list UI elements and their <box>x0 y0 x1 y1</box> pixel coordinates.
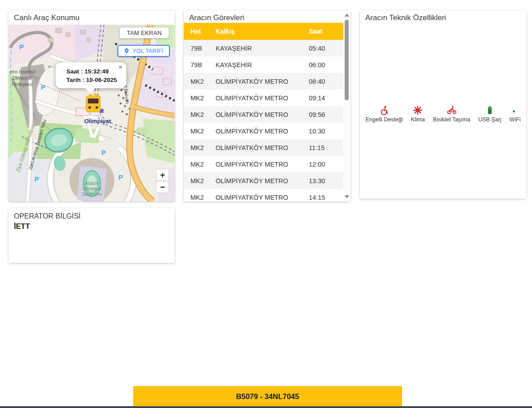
feature-list: Engelli DesteğiKlimaBisiklet TaşımaUSB Ş… <box>360 105 526 123</box>
feature-battery: USB Şarj <box>478 105 501 123</box>
table-row: MK2OLİMPİYATKÖY METRO10:30 <box>184 123 343 139</box>
feature-label: Bisiklet Taşıma <box>433 116 470 123</box>
cell-departure: KAYAŞEHİR <box>216 45 309 52</box>
vehicle-tasks-panel: Aracın Görevleri Hat Kalkış Saat 79BKAYA… <box>184 10 350 202</box>
cell-time: 10:30 <box>309 128 343 135</box>
cell-time: 13:30 <box>309 177 343 185</box>
tasks-table-body: 79BKAYAŞEHİR05:4079BKAYAŞEHİR06:00MK2OLİ… <box>184 40 343 202</box>
scrollbar-up-icon[interactable] <box>345 13 349 17</box>
cell-line: MK2 <box>190 111 216 118</box>
cell-line: MK2 <box>190 161 216 168</box>
bottom-strip <box>0 406 532 408</box>
cell-time: 14:15 <box>309 194 343 201</box>
cell-departure: KAYAŞEHİR <box>216 61 309 69</box>
technical-specs-panel: Aracın Teknik Özellikleri Engelli Desteğ… <box>360 10 526 199</box>
snowflake-icon <box>413 105 423 115</box>
feature-snowflake: Klima <box>411 105 425 123</box>
parking-label: P <box>41 83 45 91</box>
table-row: MK2OLİMPİYATKÖY METRO12:00 <box>184 156 343 172</box>
operator-info-panel: OPERATOR BİLGİSİ İETT <box>9 208 175 263</box>
vehicle-info-popup: × Saat : 15:32:49 Tarih : 10-06-2025 <box>56 62 126 88</box>
scrollbar-thumb[interactable] <box>345 20 349 100</box>
station-label: Olimpiyat <box>84 118 111 125</box>
parking-label: P <box>118 173 123 181</box>
operator-title: OPERATOR BİLGİSİ <box>9 208 175 220</box>
wheelchair-icon <box>379 105 389 115</box>
feature-label: Engelli Desteği <box>365 116 402 123</box>
cell-departure: OLİMPİYATKÖY METRO <box>216 161 309 168</box>
facility-label: etro İstanbul <box>9 69 35 74</box>
cell-line: MK2 <box>190 194 216 201</box>
cell-departure: OLİMPİYATKÖY METRO <box>216 128 309 135</box>
cell-line: MK2 <box>190 144 216 151</box>
parking-label: P <box>35 175 39 183</box>
panel-title-tech: Aracın Teknik Özellikleri <box>360 10 526 25</box>
feature-wifi: WiFi <box>510 105 521 123</box>
stadium-label: Atatürk <box>84 181 99 186</box>
column-header-departure: Kalkış <box>216 28 309 35</box>
parking-label: P <box>101 149 106 156</box>
cell-time: 05:40 <box>309 45 343 52</box>
cell-line: MK2 <box>190 94 216 102</box>
map-green <box>145 138 156 146</box>
vehicle-plate-text: B5079 - 34NL7045 <box>236 392 299 401</box>
cell-departure: OLİMPİYATKÖY METRO <box>216 177 309 185</box>
feature-label: USB Şarj <box>478 116 501 123</box>
cell-line: MK2 <box>190 78 216 85</box>
map[interactable]: etro İstanbul Olimpiyat Yerleşkesi Ziya … <box>9 25 175 202</box>
live-location-panel: Canlı Araç Konumu <box>9 10 175 202</box>
cell-time: 11:15 <box>309 144 343 151</box>
table-row: MK2OLİMPİYATKÖY METRO09:56 <box>184 106 343 123</box>
popup-close-icon[interactable]: × <box>118 64 122 70</box>
fullscreen-button[interactable]: TAM EKRAN <box>120 27 169 39</box>
cell-line: MK2 <box>190 177 216 185</box>
operator-value: İETT <box>9 220 175 232</box>
popup-date-text: Tarih : 10-06-2025 <box>56 76 126 84</box>
cell-departure: OLİMPİYATKÖY METRO <box>216 194 309 201</box>
wifi-icon <box>510 105 520 115</box>
zoom-out-button[interactable]: − <box>156 181 169 193</box>
cell-time: 08:40 <box>309 78 343 85</box>
cell-departure: OLİMPİYATKÖY METRO <box>216 94 309 102</box>
cell-time: 09:56 <box>309 111 343 118</box>
bicycle-icon <box>447 105 457 115</box>
table-row: 79BKAYAŞEHİR06:00 <box>184 56 343 73</box>
scrollbar-down-icon[interactable] <box>345 195 349 198</box>
column-header-time: Saat <box>309 28 343 35</box>
parking-label: P <box>19 43 24 51</box>
cell-time: 06:00 <box>309 61 343 69</box>
table-row: 79BKAYAŞEHİR05:40 <box>184 40 343 56</box>
feature-bicycle: Bisiklet Taşıma <box>433 105 470 123</box>
cell-line: 79B <box>190 45 216 52</box>
table-row: MK2OLİMPİYATKÖY METRO11:15 <box>184 139 343 156</box>
map-green <box>135 127 149 135</box>
feature-wheelchair: Engelli Desteği <box>365 105 402 123</box>
directions-button[interactable]: YOL TARİFİ <box>117 45 170 57</box>
column-header-line: Hat <box>190 28 216 35</box>
facility-label: Yerleşkesi <box>11 82 33 87</box>
cell-time: 12:00 <box>309 161 343 168</box>
table-row: MK2OLİMPİYATKÖY METRO09:14 <box>184 90 343 106</box>
cell-departure: OLİMPİYATKÖY METRO <box>216 78 309 85</box>
scrollbar[interactable] <box>344 12 350 200</box>
cell-line: 79B <box>190 61 216 69</box>
cell-time: 09:14 <box>309 94 343 102</box>
cell-departure: OLİMPİYATKÖY METRO <box>216 111 309 118</box>
directions-button-label: YOL TARİFİ <box>132 47 163 54</box>
table-row: MK2OLİMPİYATKÖY METRO08:40 <box>184 73 343 90</box>
bus-marker-icon[interactable] <box>86 94 100 112</box>
facility-label: Olimpiyat <box>12 75 32 81</box>
map-pin-icon <box>124 47 130 54</box>
stadium-label: Stadyumu <box>82 192 102 197</box>
battery-icon <box>485 105 495 115</box>
table-row: MK2OLİMPİYATKÖY METRO13:30 <box>184 172 343 189</box>
tasks-table-header: Hat Kalkış Saat <box>184 23 343 40</box>
stadium-label: Olimpiyat <box>82 186 102 191</box>
popup-time-text: Saat : 15:32:49 <box>56 62 126 76</box>
cell-line: MK2 <box>190 128 216 135</box>
feature-label: Klima <box>411 116 425 123</box>
zoom-in-button[interactable]: + <box>156 169 169 181</box>
table-row: MK2OLİMPİYATKÖY METRO14:15 <box>184 189 343 202</box>
panel-title-live-location: Canlı Araç Konumu <box>9 10 175 25</box>
vehicle-plate-bar: B5079 - 34NL7045 <box>133 386 402 407</box>
